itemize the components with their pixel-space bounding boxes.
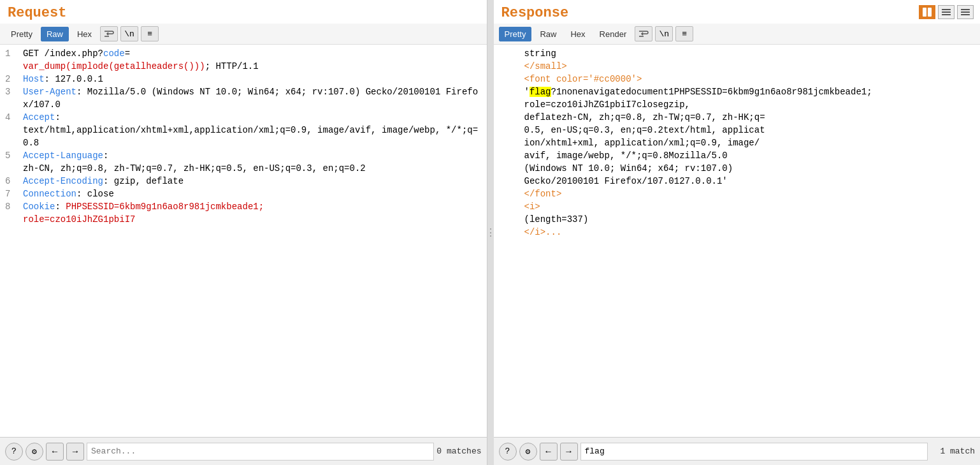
response-title: Response	[494, 0, 981, 24]
response-line-length: (length=337)	[519, 213, 981, 226]
svg-rect-1	[928, 8, 932, 17]
request-newline-btn[interactable]: \n	[120, 26, 138, 41]
request-title: Request	[0, 0, 487, 24]
request-help-btn[interactable]: ?	[5, 443, 23, 461]
response-hex-btn[interactable]: Hex	[565, 27, 591, 41]
request-line-4: 4 Accept:text/html,application/xhtml+xml…	[0, 111, 487, 149]
request-content: 1 GET /index.php?code=var_dump(implode(g…	[0, 45, 487, 437]
response-settings-btn[interactable]: ⚙	[519, 443, 537, 461]
single-view-2-button[interactable]	[957, 5, 974, 19]
request-line-7: 7 Connection: close	[0, 188, 487, 200]
response-line-i-close: </i>...	[519, 226, 981, 239]
request-next-btn[interactable]: →	[66, 443, 84, 461]
request-search-count: 0 matches	[436, 447, 481, 456]
svg-rect-3	[942, 11, 951, 13]
request-settings-btn[interactable]: ⚙	[25, 443, 43, 461]
svg-rect-4	[942, 14, 951, 15]
svg-rect-6	[961, 11, 970, 13]
split-view-button[interactable]	[919, 5, 935, 19]
response-wrap-btn[interactable]	[635, 26, 652, 41]
svg-rect-7	[961, 14, 970, 15]
view-toolbar	[919, 5, 974, 19]
response-pretty-btn[interactable]: Pretty	[499, 27, 532, 41]
response-next-btn[interactable]: →	[560, 443, 578, 461]
response-line-i-open: <i>	[519, 200, 981, 213]
request-line-1: 1 GET /index.php?code=var_dump(implode(g…	[0, 47, 487, 73]
svg-rect-5	[961, 9, 970, 10]
response-content: string </small> <font color='#cc0000'> '…	[494, 45, 981, 437]
svg-rect-0	[923, 8, 926, 17]
flag-highlight: flag	[530, 87, 551, 97]
pane-divider[interactable]: ⋮	[487, 0, 494, 465]
response-render-btn[interactable]: Render	[594, 27, 633, 41]
request-line-8: 8 Cookie: PHPSESSID=6kbm9g1n6ao8r981jcmk…	[0, 200, 487, 226]
single-view-1-button[interactable]	[938, 5, 955, 19]
response-search-count: 1 match	[930, 447, 975, 456]
response-toolbar: Pretty Raw Hex Render \n ≡	[494, 24, 981, 45]
response-line-font: <font color='#cc0000'>	[519, 73, 981, 85]
request-line-6: 6 Accept-Encoding: gzip, deflate	[0, 175, 487, 188]
response-newline-btn[interactable]: \n	[655, 26, 673, 41]
request-search-bar: ? ⚙ ← → 0 matches	[0, 437, 487, 465]
request-search-input[interactable]	[87, 443, 434, 461]
svg-rect-2	[942, 9, 951, 10]
response-search-input[interactable]	[580, 443, 928, 461]
response-line-flag: 'flag?1nonenavigatedocument1PHPSESSID=6k…	[519, 85, 981, 188]
response-menu-btn[interactable]: ≡	[675, 26, 693, 41]
response-line-small: </small>	[519, 60, 981, 73]
response-line-font-close: </font>	[519, 188, 981, 200]
request-wrap-btn[interactable]	[100, 26, 118, 41]
request-prev-btn[interactable]: ←	[46, 443, 64, 461]
request-line-3: 3 User-Agent: Mozilla/5.0 (Windows NT 10…	[0, 85, 487, 111]
response-prev-btn[interactable]: ←	[540, 443, 558, 461]
request-raw-btn[interactable]: Raw	[41, 27, 69, 41]
response-line-string: string	[519, 47, 981, 60]
response-help-btn[interactable]: ?	[499, 443, 517, 461]
request-line-2: 2 Host: 127.0.0.1	[0, 73, 487, 85]
request-toolbar: Pretty Raw Hex \n ≡	[0, 24, 487, 45]
response-pane: Response Pretty Raw Hex Render \n ≡	[494, 0, 981, 465]
request-line-5: 5 Accept-Language:zh-CN, zh;q=0.8, zh-TW…	[0, 149, 487, 175]
request-menu-btn[interactable]: ≡	[141, 26, 159, 41]
response-search-bar: ? ⚙ ← → 1 match	[494, 437, 981, 465]
response-raw-btn[interactable]: Raw	[534, 27, 562, 41]
request-pane: Request Pretty Raw Hex \n ≡ 1	[0, 0, 487, 465]
request-pretty-btn[interactable]: Pretty	[5, 27, 38, 41]
request-hex-btn[interactable]: Hex	[71, 27, 97, 41]
